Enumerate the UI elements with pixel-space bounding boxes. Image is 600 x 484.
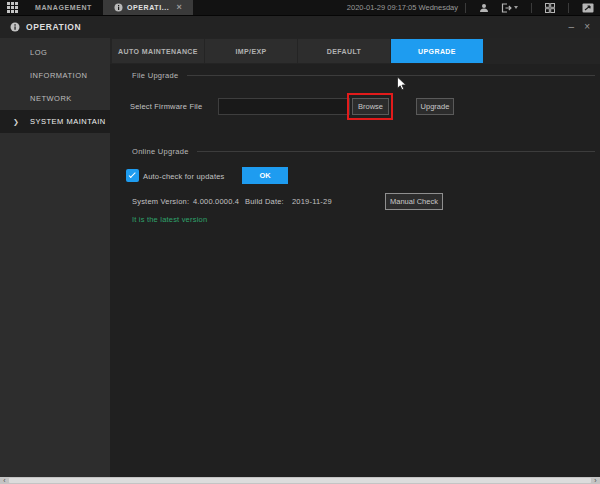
build-date-value: 2019-11-29 xyxy=(292,197,332,206)
auto-check-checkbox[interactable] xyxy=(126,169,139,182)
info-icon xyxy=(10,22,20,32)
layout-grid-icon xyxy=(545,3,555,13)
page-title: OPERATION xyxy=(26,22,81,32)
divider xyxy=(568,3,569,13)
browse-button[interactable]: Browse xyxy=(352,98,389,115)
tab-management-label: MANAGEMENT xyxy=(35,4,92,11)
sidebar-item-log[interactable]: LOG xyxy=(0,41,110,64)
section-title: File Upgrade xyxy=(132,71,179,80)
scroll-right-icon[interactable]: › xyxy=(591,477,600,484)
tab-operation-label: OPERATI... xyxy=(127,4,169,11)
top-bar-right: 2020-01-29 09:17:05 Wednesday xyxy=(347,0,600,15)
sidebar-item-network[interactable]: NETWORK xyxy=(0,87,110,110)
window-controls: – × xyxy=(569,22,600,32)
display-output-button[interactable] xyxy=(576,0,600,15)
tab-operation[interactable]: OPERATI... × xyxy=(103,0,193,15)
upgrade-button[interactable]: Upgrade xyxy=(416,98,454,115)
minimize-icon[interactable]: – xyxy=(569,22,575,32)
divider xyxy=(531,3,532,13)
tab-close-icon[interactable]: × xyxy=(176,3,182,12)
auto-check-label: Auto-check for updates xyxy=(143,172,225,181)
info-icon xyxy=(114,3,123,12)
tab-auto-maintenance[interactable]: AUTO MAINTENANCE xyxy=(112,39,204,63)
logout-icon xyxy=(501,3,512,13)
section-title: Online Upgrade xyxy=(132,147,189,156)
top-bar: MANAGEMENT OPERATI... × 2020-01-29 09:17… xyxy=(0,0,600,15)
display-icon xyxy=(582,3,594,13)
sidebar-item-label: INFORMATION xyxy=(30,71,87,80)
app-launcher-button[interactable] xyxy=(0,0,24,15)
sidebar-item-label: NETWORK xyxy=(30,94,72,103)
scroll-left-icon[interactable]: ‹ xyxy=(0,477,9,484)
chevron-right-icon: ❯ xyxy=(13,118,19,126)
application-window: MANAGEMENT OPERATI... × 2020-01-29 09:17… xyxy=(0,0,600,484)
grid-launcher-icon xyxy=(7,2,18,13)
operation-title-bar: OPERATION – × xyxy=(0,15,600,38)
tab-default[interactable]: DEFAULT xyxy=(298,39,390,63)
file-upgrade-section-header: File Upgrade xyxy=(132,71,595,80)
logout-button[interactable] xyxy=(495,0,524,15)
tab-management[interactable]: MANAGEMENT xyxy=(24,0,103,15)
scrollbar-thumb[interactable] xyxy=(9,478,591,483)
close-icon[interactable]: × xyxy=(584,22,590,32)
sidebar: LOG INFORMATION NETWORK ❯ SYSTEM MAINTAI… xyxy=(0,38,110,477)
sidebar-item-label: SYSTEM MAINTAIN xyxy=(30,117,106,126)
section-divider-line xyxy=(197,151,595,152)
check-icon xyxy=(129,171,136,178)
build-date-label: Build Date: xyxy=(245,197,284,206)
tab-upgrade[interactable]: UPGRADE xyxy=(391,39,483,63)
content-tab-bar: AUTO MAINTENANCE IMP/EXP DEFAULT UPGRADE xyxy=(110,38,600,64)
main-content: AUTO MAINTENANCE IMP/EXP DEFAULT UPGRADE… xyxy=(110,38,600,477)
user-icon xyxy=(479,3,489,13)
tab-imp-exp[interactable]: IMP/EXP xyxy=(205,39,297,63)
ok-button[interactable]: OK xyxy=(242,167,288,184)
section-divider-line xyxy=(187,75,595,76)
sidebar-item-information[interactable]: INFORMATION xyxy=(0,64,110,87)
user-account-button[interactable] xyxy=(473,0,495,15)
horizontal-scrollbar[interactable]: ‹ › xyxy=(0,477,600,484)
sidebar-item-label: LOG xyxy=(30,48,47,57)
online-upgrade-section-header: Online Upgrade xyxy=(132,147,595,156)
select-firmware-file-label: Select Firmware File xyxy=(130,102,202,111)
manual-check-button[interactable]: Manual Check xyxy=(385,193,443,210)
caret-down-icon xyxy=(514,6,518,9)
latest-version-status: It is the latest version xyxy=(132,215,207,224)
system-version-label: System Version: xyxy=(132,197,189,206)
divider xyxy=(465,3,466,13)
sidebar-item-system-maintain[interactable]: ❯ SYSTEM MAINTAIN xyxy=(0,110,110,133)
datetime-label: 2020-01-29 09:17:05 Wednesday xyxy=(347,3,458,12)
firmware-file-input[interactable] xyxy=(218,98,350,115)
system-version-value: 4.000.0000.4 xyxy=(193,197,239,206)
channel-layout-button[interactable] xyxy=(539,0,561,15)
